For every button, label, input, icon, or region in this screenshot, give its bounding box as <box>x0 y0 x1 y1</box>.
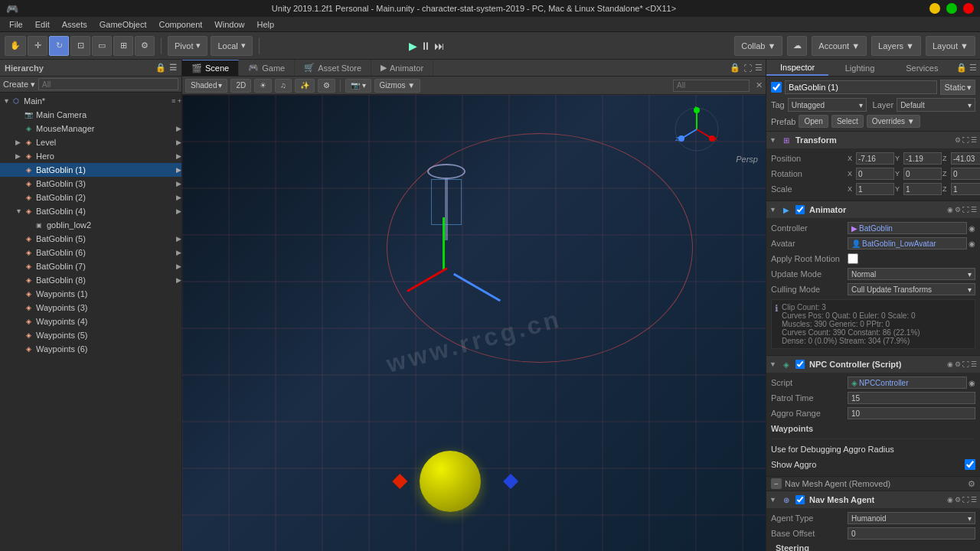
tab-animator[interactable]: ▶ Animator <box>371 60 433 76</box>
hierarchy-item-batgoblin4[interactable]: ▼ ◈ BatGoblin (4) ▶ <box>0 204 181 218</box>
gizmos-button[interactable]: Gizmos ▼ <box>374 79 421 93</box>
npc-menu-icon[interactable]: ☰ <box>971 360 977 368</box>
hierarchy-item-waypoints1[interactable]: ◈ Waypoints (1) <box>0 287 181 301</box>
hierarchy-item-mousemanager[interactable]: ◈ MouseManager ▶ <box>0 122 181 135</box>
tab-scene[interactable]: 🎬 Scene <box>182 60 239 76</box>
animator-maximize-icon[interactable]: ⛶ <box>962 206 969 214</box>
patrol-time-field[interactable] <box>848 392 975 404</box>
transform-tool[interactable]: ⊞ <box>113 36 133 56</box>
npc-script-pick-icon[interactable]: ◉ <box>969 379 975 387</box>
scene-settings[interactable]: ⚙ <box>318 79 335 93</box>
minimize-button[interactable] <box>929 3 940 14</box>
tab-assetstore[interactable]: 🛒 Asset Store <box>295 60 371 76</box>
prefab-open-btn[interactable]: Open <box>799 115 828 128</box>
apply-root-motion-checkbox[interactable] <box>848 253 858 264</box>
rotation-y[interactable] <box>903 168 942 180</box>
lock-scene-icon[interactable]: 🔒 <box>730 63 740 73</box>
maximize-scene-icon[interactable]: ⛶ <box>743 64 752 73</box>
step-button[interactable]: ⏭ <box>434 40 445 52</box>
rotate-tool[interactable]: ↻ <box>49 36 69 56</box>
menu-edit[interactable]: Edit <box>29 18 56 31</box>
rotation-x[interactable] <box>856 168 894 180</box>
npc-enabled-checkbox[interactable] <box>795 360 805 369</box>
hierarchy-item-batgoblin8[interactable]: ◈ BatGoblin (8) ▶ <box>0 273 181 287</box>
hierarchy-item-waypoints6[interactable]: ◈ Waypoints (6) <box>0 342 181 356</box>
transform-header[interactable]: ▼ ⊞ Transform ⚙ ⛶ ☰ <box>766 132 980 148</box>
scale-z[interactable] <box>951 183 980 195</box>
shaded-dropdown[interactable]: Shaded ▾ <box>185 79 227 93</box>
menu-gameobject[interactable]: GameObject <box>93 18 153 31</box>
maximize-button[interactable] <box>946 3 957 14</box>
aggro-range-field[interactable] <box>848 407 975 419</box>
audio-button[interactable]: ♫ <box>275 79 292 93</box>
nav-maximize-icon[interactable]: ⛶ <box>962 496 969 504</box>
npc-settings-icon[interactable]: ⚙ <box>955 360 961 368</box>
lock-inspector-icon[interactable]: 🔒 <box>956 63 967 73</box>
npc-ref-icon[interactable]: ◉ <box>947 360 953 368</box>
npc-header[interactable]: ▼ ◈ NPC Controller (Script) ◉ ⚙ ⛶ ☰ <box>766 356 980 373</box>
prefab-select-btn[interactable]: Select <box>831 115 864 128</box>
hierarchy-item-waypoints4[interactable]: ◈ Waypoints (4) <box>0 315 181 328</box>
scene-view[interactable]: Y X Z Persp <box>182 95 766 551</box>
nav-header[interactable]: ▼ ⊛ Nav Mesh Agent ◉ ⚙ ⛶ ☰ <box>766 491 980 508</box>
culling-mode-dropdown[interactable]: Cull Update Transforms ▾ <box>848 283 975 295</box>
hierarchy-item-batgoblin1[interactable]: ◈ BatGoblin (1) ▶ <box>0 163 181 177</box>
2d-button[interactable]: 2D <box>230 79 251 93</box>
controller-field[interactable]: ▶ BatGoblin <box>848 222 967 234</box>
tag-dropdown[interactable]: Untagged ▾ <box>788 98 867 112</box>
avatar-field[interactable]: 👤 BatGoblin_LowAvatar <box>848 237 967 249</box>
nav-ref-icon[interactable]: ◉ <box>947 496 953 504</box>
hierarchy-item-waypoints3[interactable]: ◈ Waypoints (3) <box>0 301 181 315</box>
npc-script-field[interactable]: ◈ NPCController <box>848 377 967 389</box>
npc-maximize-icon[interactable]: ⛶ <box>962 360 969 368</box>
effects-button[interactable]: ✨ <box>295 79 315 93</box>
menu-assets[interactable]: Assets <box>56 18 93 31</box>
obj-active-checkbox[interactable] <box>771 82 782 93</box>
menu-file[interactable]: File <box>3 18 29 31</box>
hierarchy-item-level[interactable]: ▶ ◈ Level ▶ <box>0 135 181 149</box>
pivot-dropdown[interactable]: Pivot▾ <box>168 36 207 56</box>
hierarchy-item-main[interactable]: ▼ ⬡ Main* ≡ + <box>0 94 181 108</box>
animator-menu-icon[interactable]: ☰ <box>971 206 977 214</box>
position-z[interactable] <box>951 152 980 165</box>
hierarchy-item-goblinlow2[interactable]: ▣ goblin_low2 <box>0 218 181 232</box>
avatar-pick-icon[interactable]: ◉ <box>969 240 975 248</box>
hand-tool[interactable]: ✋ <box>5 36 26 56</box>
cloud-button[interactable]: ☁ <box>787 36 807 56</box>
tab-game[interactable]: 🎮 Game <box>239 60 295 76</box>
hierarchy-search-input[interactable] <box>38 78 178 90</box>
collab-button[interactable]: Collab ▼ <box>734 36 782 56</box>
agent-type-dropdown[interactable]: Humanoid ▾ <box>848 512 975 524</box>
layer-dropdown[interactable]: Default ▾ <box>897 98 975 112</box>
hierarchy-item-batgoblin5[interactable]: ◈ BatGoblin (5) ▶ <box>0 232 181 246</box>
transform-settings-icon[interactable]: ⚙ <box>955 136 961 144</box>
scene-close-icon[interactable]: ✕ <box>756 80 763 90</box>
pause-button[interactable]: ⏸ <box>420 40 431 52</box>
hierarchy-item-waypoints5[interactable]: ◈ Waypoints (5) <box>0 328 181 342</box>
hierarchy-item-batgoblin2[interactable]: ◈ BatGoblin (2) ▶ <box>0 191 181 204</box>
camera-button[interactable]: 📷 ▾ <box>345 79 371 93</box>
animator-header[interactable]: ▼ ▶ Animator ◉ ⚙ ⛶ ☰ <box>766 201 980 218</box>
move-tool[interactable]: ✛ <box>28 36 47 56</box>
scene-menu-icon[interactable]: ☰ <box>755 63 763 73</box>
nav-removed-minus-icon[interactable]: − <box>771 478 782 489</box>
scale-y[interactable] <box>903 183 942 195</box>
hier-lock-icon[interactable]: 🔒 <box>155 63 166 73</box>
hierarchy-item-batgoblin6[interactable]: ◈ BatGoblin (6) ▶ <box>0 246 181 259</box>
animator-settings-icon[interactable]: ⚙ <box>955 206 961 214</box>
hierarchy-item-batgoblin3[interactable]: ◈ BatGoblin (3) ▶ <box>0 177 181 191</box>
layers-dropdown[interactable]: Layers ▼ <box>871 36 921 56</box>
position-y[interactable] <box>903 152 942 165</box>
scene-search-input[interactable] <box>673 80 750 92</box>
animator-enabled-checkbox[interactable] <box>795 205 805 214</box>
inspector-menu-icon[interactable]: ☰ <box>969 63 977 73</box>
nav-settings-icon[interactable]: ⚙ <box>955 496 961 504</box>
nav-menu-icon[interactable]: ☰ <box>971 496 977 504</box>
layout-dropdown[interactable]: Layout ▼ <box>926 36 975 56</box>
transform-maximize-icon[interactable]: ⛶ <box>962 136 969 144</box>
rect-tool[interactable]: ▭ <box>92 36 112 56</box>
obj-name-field[interactable] <box>785 80 937 94</box>
animator-ref-icon[interactable]: ◉ <box>947 206 953 214</box>
scale-tool[interactable]: ⊡ <box>70 36 90 56</box>
lighting-button[interactable]: ☀ <box>254 79 272 93</box>
